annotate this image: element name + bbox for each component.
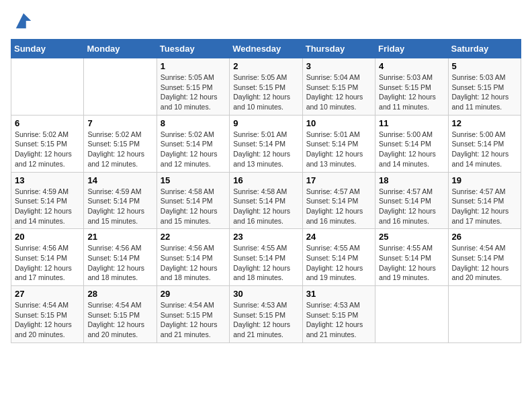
calendar-cell: 9Sunrise: 5:01 AM Sunset: 5:14 PM Daylig…: [230, 115, 302, 172]
calendar-cell: [375, 286, 448, 343]
day-number: 14: [87, 175, 152, 185]
day-number: 28: [87, 289, 152, 299]
day-number: 5: [452, 61, 517, 71]
week-row-2: 6Sunrise: 5:02 AM Sunset: 5:15 PM Daylig…: [11, 115, 521, 172]
weekday-header-tuesday: Tuesday: [157, 40, 229, 58]
day-number: 9: [233, 118, 298, 128]
calendar-cell: 22Sunrise: 4:56 AM Sunset: 5:14 PM Dayli…: [157, 229, 229, 286]
logo-icon: [13, 11, 34, 31]
day-info: Sunrise: 4:59 AM Sunset: 5:14 PM Dayligh…: [15, 187, 80, 226]
calendar-cell: 19Sunrise: 4:57 AM Sunset: 5:14 PM Dayli…: [448, 172, 521, 229]
day-info: Sunrise: 4:54 AM Sunset: 5:14 PM Dayligh…: [452, 243, 517, 283]
page-header: [11, 11, 521, 31]
calendar-cell: 3Sunrise: 5:04 AM Sunset: 5:15 PM Daylig…: [302, 58, 375, 116]
calendar-cell: 28Sunrise: 4:54 AM Sunset: 5:15 PM Dayli…: [84, 286, 157, 343]
day-number: 30: [233, 289, 298, 299]
calendar-cell: 21Sunrise: 4:56 AM Sunset: 5:14 PM Dayli…: [84, 229, 157, 286]
day-number: 31: [306, 289, 371, 299]
day-info: Sunrise: 4:57 AM Sunset: 5:14 PM Dayligh…: [379, 187, 444, 226]
calendar-cell: 30Sunrise: 4:53 AM Sunset: 5:15 PM Dayli…: [230, 286, 302, 343]
day-number: 16: [233, 175, 298, 185]
day-info: Sunrise: 5:02 AM Sunset: 5:15 PM Dayligh…: [15, 130, 80, 169]
day-info: Sunrise: 5:01 AM Sunset: 5:14 PM Dayligh…: [233, 130, 298, 169]
calendar-cell: 2Sunrise: 5:05 AM Sunset: 5:15 PM Daylig…: [230, 58, 302, 116]
day-number: 21: [87, 232, 152, 242]
day-number: 13: [15, 175, 80, 185]
day-number: 12: [452, 118, 517, 128]
calendar-cell: 24Sunrise: 4:55 AM Sunset: 5:14 PM Dayli…: [302, 229, 375, 286]
day-number: 11: [379, 118, 444, 128]
calendar-cell: [84, 58, 157, 116]
weekday-header-friday: Friday: [375, 40, 448, 58]
calendar-cell: 16Sunrise: 4:58 AM Sunset: 5:14 PM Dayli…: [230, 172, 302, 229]
day-number: 15: [161, 175, 226, 185]
calendar-cell: 1Sunrise: 5:05 AM Sunset: 5:15 PM Daylig…: [157, 58, 229, 116]
day-number: 25: [379, 232, 444, 242]
day-number: 1: [161, 61, 226, 71]
day-number: 29: [161, 289, 226, 299]
day-info: Sunrise: 4:56 AM Sunset: 5:14 PM Dayligh…: [15, 243, 80, 283]
calendar-cell: 11Sunrise: 5:00 AM Sunset: 5:14 PM Dayli…: [375, 115, 448, 172]
calendar-cell: [448, 286, 521, 343]
logo: [11, 11, 34, 31]
calendar-table: SundayMondayTuesdayWednesdayThursdayFrid…: [11, 39, 521, 343]
day-info: Sunrise: 4:56 AM Sunset: 5:14 PM Dayligh…: [87, 243, 152, 283]
calendar-cell: 6Sunrise: 5:02 AM Sunset: 5:15 PM Daylig…: [11, 115, 84, 172]
day-info: Sunrise: 5:01 AM Sunset: 5:14 PM Dayligh…: [306, 130, 371, 169]
day-info: Sunrise: 5:03 AM Sunset: 5:15 PM Dayligh…: [379, 73, 444, 112]
weekday-header-sunday: Sunday: [11, 40, 84, 58]
weekday-header-monday: Monday: [84, 40, 157, 58]
day-info: Sunrise: 5:05 AM Sunset: 5:15 PM Dayligh…: [161, 73, 226, 112]
day-info: Sunrise: 4:55 AM Sunset: 5:14 PM Dayligh…: [306, 243, 371, 283]
weekday-header-thursday: Thursday: [302, 40, 375, 58]
day-number: 20: [15, 232, 80, 242]
calendar-cell: 13Sunrise: 4:59 AM Sunset: 5:14 PM Dayli…: [11, 172, 84, 229]
day-number: 4: [379, 61, 444, 71]
week-row-1: 1Sunrise: 5:05 AM Sunset: 5:15 PM Daylig…: [11, 58, 521, 116]
day-info: Sunrise: 5:00 AM Sunset: 5:14 PM Dayligh…: [452, 130, 517, 169]
day-number: 19: [452, 175, 517, 185]
day-number: 23: [233, 232, 298, 242]
calendar-cell: 18Sunrise: 4:57 AM Sunset: 5:14 PM Dayli…: [375, 172, 448, 229]
calendar-cell: 12Sunrise: 5:00 AM Sunset: 5:14 PM Dayli…: [448, 115, 521, 172]
week-row-5: 27Sunrise: 4:54 AM Sunset: 5:15 PM Dayli…: [11, 286, 521, 343]
calendar-cell: 20Sunrise: 4:56 AM Sunset: 5:14 PM Dayli…: [11, 229, 84, 286]
day-info: Sunrise: 4:57 AM Sunset: 5:14 PM Dayligh…: [452, 187, 517, 226]
day-info: Sunrise: 4:53 AM Sunset: 5:15 PM Dayligh…: [306, 300, 371, 340]
day-number: 22: [161, 232, 226, 242]
day-number: 3: [306, 61, 371, 71]
day-info: Sunrise: 4:55 AM Sunset: 5:14 PM Dayligh…: [233, 243, 298, 283]
weekday-header-saturday: Saturday: [448, 40, 521, 58]
day-info: Sunrise: 4:58 AM Sunset: 5:14 PM Dayligh…: [161, 187, 226, 226]
day-number: 27: [15, 289, 80, 299]
calendar-cell: 17Sunrise: 4:57 AM Sunset: 5:14 PM Dayli…: [302, 172, 375, 229]
calendar-cell: 29Sunrise: 4:54 AM Sunset: 5:15 PM Dayli…: [157, 286, 229, 343]
day-number: 26: [452, 232, 517, 242]
week-row-4: 20Sunrise: 4:56 AM Sunset: 5:14 PM Dayli…: [11, 229, 521, 286]
svg-marker-0: [16, 13, 32, 29]
day-number: 24: [306, 232, 371, 242]
day-number: 8: [161, 118, 226, 128]
day-number: 7: [87, 118, 152, 128]
day-info: Sunrise: 4:57 AM Sunset: 5:14 PM Dayligh…: [306, 187, 371, 226]
day-number: 2: [233, 61, 298, 71]
weekday-header-wednesday: Wednesday: [230, 40, 302, 58]
calendar-cell: 31Sunrise: 4:53 AM Sunset: 5:15 PM Dayli…: [302, 286, 375, 343]
day-number: 6: [15, 118, 80, 128]
week-row-3: 13Sunrise: 4:59 AM Sunset: 5:14 PM Dayli…: [11, 172, 521, 229]
day-info: Sunrise: 5:04 AM Sunset: 5:15 PM Dayligh…: [306, 73, 371, 112]
calendar-header: SundayMondayTuesdayWednesdayThursdayFrid…: [11, 40, 521, 58]
calendar-cell: 10Sunrise: 5:01 AM Sunset: 5:14 PM Dayli…: [302, 115, 375, 172]
calendar-cell: 7Sunrise: 5:02 AM Sunset: 5:15 PM Daylig…: [84, 115, 157, 172]
day-info: Sunrise: 4:59 AM Sunset: 5:14 PM Dayligh…: [87, 187, 152, 226]
calendar-cell: 27Sunrise: 4:54 AM Sunset: 5:15 PM Dayli…: [11, 286, 84, 343]
day-number: 18: [379, 175, 444, 185]
calendar-cell: 8Sunrise: 5:02 AM Sunset: 5:14 PM Daylig…: [157, 115, 229, 172]
day-info: Sunrise: 4:54 AM Sunset: 5:15 PM Dayligh…: [161, 300, 226, 340]
day-info: Sunrise: 5:00 AM Sunset: 5:14 PM Dayligh…: [379, 130, 444, 169]
calendar-cell: 14Sunrise: 4:59 AM Sunset: 5:14 PM Dayli…: [84, 172, 157, 229]
day-info: Sunrise: 4:58 AM Sunset: 5:14 PM Dayligh…: [233, 187, 298, 226]
day-info: Sunrise: 5:05 AM Sunset: 5:15 PM Dayligh…: [233, 73, 298, 112]
calendar-cell: [11, 58, 84, 116]
day-info: Sunrise: 4:56 AM Sunset: 5:14 PM Dayligh…: [161, 243, 226, 283]
